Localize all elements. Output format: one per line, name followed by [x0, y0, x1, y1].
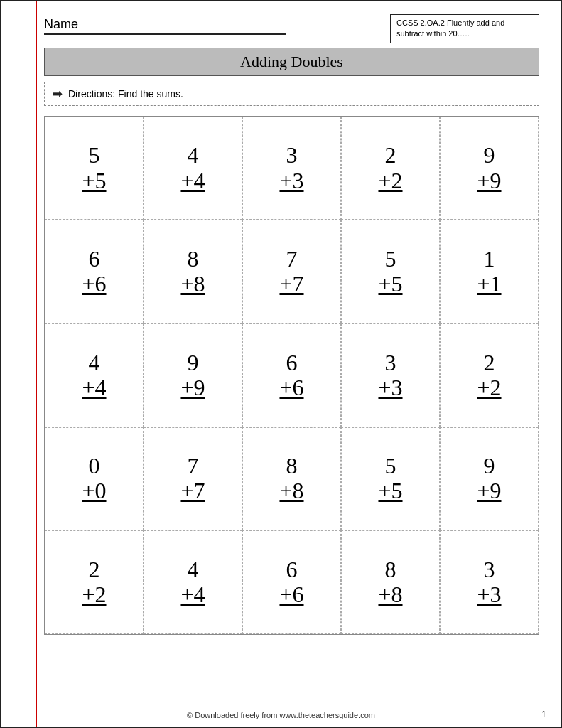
- problem-cell: 8+8: [341, 530, 440, 634]
- problem-cell: 9+9: [440, 117, 539, 220]
- problem-cell: 7+7: [144, 427, 242, 531]
- problem-top-number: 6: [89, 247, 100, 272]
- page-number: 1: [541, 709, 546, 719]
- problem-cell: 2+2: [440, 323, 539, 427]
- problem-bottom-number: +5: [378, 478, 402, 503]
- problem-bottom-number: +6: [279, 582, 303, 607]
- problem-bottom-number: +4: [82, 375, 106, 400]
- problem-cell: 2+2: [341, 117, 440, 220]
- problem-bottom-number: +8: [279, 478, 303, 503]
- problem-bottom-number: +0: [82, 478, 106, 503]
- footer: © Downloaded freely from www.theteachers…: [1, 711, 561, 719]
- problem-top-number: 9: [188, 350, 199, 375]
- problem-cell: 7+7: [242, 220, 341, 323]
- problem-bottom-number: +4: [180, 168, 205, 193]
- problem-top-number: 4: [89, 350, 100, 375]
- problem-bottom-number: +2: [82, 582, 106, 607]
- problem-top-number: 2: [385, 143, 396, 168]
- problem-bottom-number: +5: [378, 272, 402, 296]
- problem-bottom-number: +5: [82, 168, 106, 193]
- problem-bottom-number: +2: [378, 168, 402, 193]
- worksheet-title: Adding Doubles: [44, 48, 539, 76]
- problem-bottom-number: +9: [477, 478, 501, 503]
- top-section: Name CCSS 2.OA.2 Fluently add and subtra…: [44, 14, 539, 43]
- problem-cell: 3+3: [341, 323, 440, 427]
- problem-bottom-number: +6: [82, 272, 106, 296]
- worksheet-page: Name CCSS 2.OA.2 Fluently add and subtra…: [0, 0, 562, 728]
- problem-top-number: 3: [484, 557, 495, 582]
- problem-bottom-number: +3: [477, 582, 501, 607]
- standard-box: CCSS 2.OA.2 Fluently add and subtract wi…: [390, 14, 539, 43]
- problem-top-number: 2: [484, 350, 495, 375]
- problem-cell: 6+6: [45, 220, 144, 323]
- problem-bottom-number: +2: [477, 375, 501, 400]
- problem-cell: 3+3: [440, 530, 539, 634]
- problem-cell: 8+8: [144, 220, 242, 323]
- problem-top-number: 8: [188, 247, 199, 272]
- problem-bottom-number: +8: [180, 272, 205, 296]
- problem-top-number: 7: [188, 454, 199, 478]
- problem-top-number: 5: [385, 454, 396, 478]
- problems-grid: 5+54+43+32+29+96+68+87+75+51+14+49+96+63…: [44, 116, 539, 635]
- problem-top-number: 2: [89, 557, 100, 582]
- problem-cell: 6+6: [242, 530, 341, 634]
- problem-cell: 4+4: [144, 530, 242, 634]
- problem-bottom-number: +4: [180, 582, 205, 607]
- footer-copyright: © Downloaded freely from www.theteachers…: [187, 711, 375, 719]
- problem-cell: 3+3: [242, 117, 341, 220]
- problem-top-number: 8: [286, 454, 298, 478]
- name-label: Name: [44, 17, 78, 31]
- problem-top-number: 7: [286, 247, 298, 272]
- problem-cell: 4+4: [144, 117, 242, 220]
- problem-bottom-number: +8: [378, 582, 402, 607]
- problem-top-number: 4: [188, 557, 199, 582]
- margin-line: [36, 1, 37, 727]
- problem-cell: 8+8: [242, 427, 341, 531]
- directions-text: Directions: Find the sums.: [68, 88, 183, 100]
- problem-bottom-number: +3: [279, 168, 303, 193]
- problem-bottom-number: +9: [477, 168, 501, 193]
- problem-bottom-number: +9: [180, 375, 205, 400]
- problem-bottom-number: +7: [279, 272, 303, 296]
- problem-top-number: 1: [484, 247, 495, 272]
- problem-cell: 5+5: [45, 117, 144, 220]
- problem-top-number: 5: [89, 143, 100, 168]
- problem-bottom-number: +6: [279, 375, 303, 400]
- problem-top-number: 5: [385, 247, 396, 272]
- problem-top-number: 4: [188, 143, 199, 168]
- problem-cell: 5+5: [341, 427, 440, 531]
- problem-cell: 9+9: [144, 323, 242, 427]
- problem-top-number: 9: [484, 454, 495, 478]
- problem-top-number: 6: [286, 350, 298, 375]
- problem-cell: 5+5: [341, 220, 440, 323]
- problem-cell: 1+1: [440, 220, 539, 323]
- problem-cell: 4+4: [45, 323, 144, 427]
- problem-cell: 0+0: [45, 427, 144, 531]
- problem-bottom-number: +7: [180, 478, 205, 503]
- arrow-icon: ➡: [52, 86, 63, 102]
- directions-box: ➡ Directions: Find the sums.: [44, 82, 539, 106]
- problem-top-number: 8: [385, 557, 396, 582]
- problem-top-number: 9: [484, 143, 495, 168]
- problem-bottom-number: +1: [477, 272, 501, 296]
- problem-top-number: 0: [89, 454, 100, 478]
- problem-top-number: 3: [286, 143, 298, 168]
- problem-top-number: 3: [385, 350, 396, 375]
- problem-top-number: 6: [286, 557, 298, 582]
- problem-cell: 6+6: [242, 323, 341, 427]
- problem-cell: 2+2: [45, 530, 144, 634]
- problem-bottom-number: +3: [378, 375, 402, 400]
- problem-cell: 9+9: [440, 427, 539, 531]
- name-field[interactable]: Name: [44, 17, 286, 35]
